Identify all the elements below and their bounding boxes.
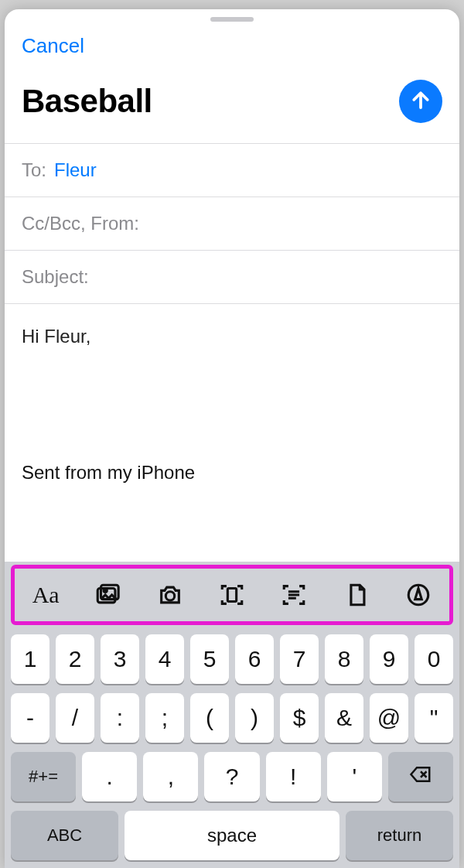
- arrow-up-icon: [409, 88, 432, 114]
- key-punct-2[interactable]: ?: [204, 752, 259, 801]
- key-abc[interactable]: ABC: [11, 811, 118, 860]
- key-num-4[interactable]: 5: [190, 634, 229, 684]
- key-punct-3[interactable]: !: [266, 752, 321, 801]
- message-body[interactable]: Hi Fleur, Sent from my iPhone: [5, 304, 459, 562]
- key-space[interactable]: space: [125, 811, 339, 860]
- backspace-icon: [409, 763, 432, 791]
- svg-point-2: [104, 589, 107, 592]
- ccbcc-label: Cc/Bcc, From:: [22, 213, 139, 234]
- key-return[interactable]: return: [346, 811, 453, 860]
- svg-point-3: [165, 592, 174, 600]
- key-num-9[interactable]: 0: [415, 634, 453, 684]
- key-num-2[interactable]: 3: [101, 634, 139, 684]
- key-backspace[interactable]: [388, 752, 453, 801]
- key-sym-7[interactable]: &: [325, 693, 363, 743]
- signature: Sent from my iPhone: [22, 459, 442, 487]
- photo-library-icon[interactable]: [94, 582, 121, 608]
- to-field[interactable]: To: Fleur: [5, 143, 459, 196]
- send-button[interactable]: [399, 80, 442, 123]
- key-num-7[interactable]: 8: [325, 634, 363, 684]
- markup-icon[interactable]: [405, 582, 432, 608]
- svg-rect-4: [227, 589, 236, 602]
- keyboard: Aa 1234567890 -/:;()$&@" #+= .,: [5, 562, 459, 868]
- subject-label: Subject:: [22, 266, 89, 288]
- key-sym-1[interactable]: /: [56, 693, 94, 743]
- to-recipient[interactable]: Fleur: [54, 159, 97, 181]
- key-punct-4[interactable]: ': [327, 752, 382, 801]
- subject-field[interactable]: Subject:: [5, 250, 459, 303]
- cancel-button[interactable]: Cancel: [5, 22, 459, 64]
- key-num-1[interactable]: 2: [56, 634, 94, 684]
- compose-title: Baseball: [22, 83, 399, 120]
- to-label: To:: [22, 159, 46, 181]
- key-num-3[interactable]: 4: [145, 634, 184, 684]
- text-format-icon[interactable]: Aa: [32, 582, 59, 608]
- key-sym-3[interactable]: ;: [145, 693, 184, 743]
- key-sym-2[interactable]: :: [101, 693, 139, 743]
- key-sym-9[interactable]: ": [415, 693, 453, 743]
- key-punct-0[interactable]: .: [82, 752, 137, 801]
- key-num-0[interactable]: 1: [11, 634, 49, 684]
- attach-file-icon[interactable]: [343, 582, 370, 608]
- key-num-8[interactable]: 9: [370, 634, 408, 684]
- key-sym-5[interactable]: ): [235, 693, 274, 743]
- camera-icon[interactable]: [157, 582, 183, 608]
- key-punct-1[interactable]: ,: [143, 752, 198, 801]
- key-sym-6[interactable]: $: [280, 693, 319, 743]
- mail-toolbar-highlight: Aa: [11, 565, 453, 625]
- body-greeting: Hi Fleur,: [22, 323, 442, 350]
- key-sym-8[interactable]: @: [370, 693, 408, 743]
- ccbcc-from-field[interactable]: Cc/Bcc, From:: [5, 196, 459, 250]
- key-sym-4[interactable]: (: [190, 693, 229, 743]
- document-scan-icon[interactable]: [219, 582, 245, 608]
- key-num-5[interactable]: 6: [235, 634, 274, 684]
- key-sym-0[interactable]: -: [11, 693, 49, 743]
- scan-text-icon[interactable]: [281, 582, 307, 608]
- key-symbols-mode[interactable]: #+=: [11, 752, 76, 801]
- key-num-6[interactable]: 7: [280, 634, 319, 684]
